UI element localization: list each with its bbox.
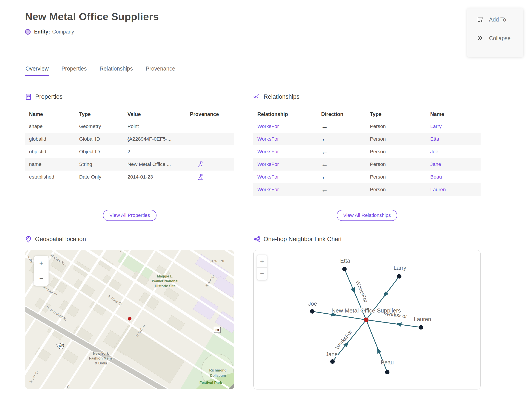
col-type: Type	[370, 111, 430, 117]
direction-arrow: ←	[321, 135, 370, 142]
entity-type-icon	[25, 29, 31, 35]
map-zoom-in-button[interactable]: +	[34, 256, 48, 271]
direction-arrow: ←	[321, 123, 370, 130]
direction-arrow: ←	[321, 161, 370, 168]
page-title: New Metal Office Suppliers	[25, 11, 159, 23]
poi-coliseum-line1: Richmond	[209, 368, 226, 372]
add-to-icon	[477, 16, 484, 23]
property-provenance	[190, 123, 234, 130]
tab[interactable]: Relationships	[99, 65, 133, 76]
node-label-lauren: Lauren	[414, 316, 431, 322]
related-entity-type: Person	[370, 187, 430, 193]
col-name: Name	[430, 111, 481, 117]
properties-table: Name Type Value Provenance shape Geometr…	[25, 109, 234, 183]
route-shield-33: 33	[214, 327, 220, 333]
chart-zoom-out-button[interactable]: −	[257, 268, 267, 280]
geospatial-section-header: Geospatial location	[25, 234, 234, 244]
relationships-table: Relationship Direction Type Name WorksFo…	[253, 109, 481, 196]
add-to-label: Add To	[489, 16, 506, 23]
relationship-row: WorksFor ← Person Etta	[253, 133, 481, 145]
property-name: globalid	[29, 136, 79, 142]
geospatial-section: Geospatial location	[25, 234, 234, 389]
link-chart-canvas: WorksFor WorksFor WorksFor Etta Larry Jo…	[253, 250, 480, 389]
provenance-flag-icon[interactable]	[198, 174, 203, 180]
provenance-flag-icon[interactable]	[198, 161, 203, 168]
map[interactable]: 250 33 k Rd W Clay St Sa N 3rd St arshal…	[25, 250, 234, 389]
related-entity-type: Person	[370, 136, 430, 142]
relationships-table-header: Relationship Direction Type Name	[253, 109, 481, 120]
link-chart-title: One-hop Neighbor Link Chart	[264, 236, 342, 243]
tab[interactable]: Overview	[25, 65, 49, 76]
relationship-link[interactable]: WorksFor	[257, 149, 321, 155]
property-value: {A228944F-0EF5-...	[127, 136, 190, 142]
property-name: name	[29, 162, 79, 167]
collapse-label: Collapse	[489, 35, 511, 41]
related-entity-link[interactable]: Beau	[430, 174, 481, 180]
node-label-jane: Jane	[326, 351, 338, 357]
street-label-n3rd-top: N 3rd St	[210, 259, 224, 263]
view-all-properties-button[interactable]: View All Properties	[103, 210, 156, 221]
geospatial-title: Geospatial location	[35, 236, 86, 243]
property-name: objectid	[29, 149, 79, 155]
node-label-beau: Beau	[381, 359, 394, 365]
related-entity-link[interactable]: Larry	[430, 123, 481, 129]
property-value: Point	[127, 123, 190, 129]
map-pin-icon	[25, 236, 32, 243]
collapse-button[interactable]: Collapse	[477, 35, 523, 42]
node-label-etta: Etta	[340, 257, 350, 264]
properties-icon	[25, 93, 32, 100]
poi-nyfashion-line2: Fashion Mens	[89, 357, 113, 360]
property-value: New Metal Office ...	[127, 162, 190, 167]
relationships-section: Relationships Relationship Direction Typ…	[253, 92, 481, 221]
property-type: String	[79, 162, 127, 167]
relationships-icon	[253, 93, 260, 100]
entity-type-value: Company	[52, 29, 74, 35]
col-value: Value	[127, 111, 190, 117]
direction-arrow: ←	[321, 186, 370, 193]
collapse-chevrons-icon	[477, 35, 484, 42]
properties-section-header: Properties	[25, 92, 234, 101]
view-all-relationships-button[interactable]: View All Relationships	[337, 210, 397, 221]
relationship-link[interactable]: WorksFor	[257, 187, 321, 193]
poi-maggie-line3: Historic Site	[155, 284, 175, 288]
properties-title: Properties	[35, 93, 62, 100]
chart-zoom-in-button[interactable]: +	[257, 255, 267, 268]
relationship-link[interactable]: WorksFor	[257, 136, 321, 142]
related-entity-link[interactable]: Lauren	[430, 187, 481, 193]
col-name: Name	[29, 111, 79, 117]
entity-row: Entity: Company	[25, 29, 159, 35]
map-zoom-control: + −	[34, 256, 48, 286]
add-to-button[interactable]: Add To	[477, 16, 523, 23]
property-value: 2014-01-23	[127, 174, 190, 180]
property-type: Global ID	[79, 136, 127, 142]
svg-text:33: 33	[215, 328, 219, 332]
related-entity-type: Person	[370, 174, 430, 180]
entity-label: Entity:	[34, 29, 50, 35]
header: New Metal Office Suppliers Entity: Compa…	[25, 11, 159, 35]
related-entity-link[interactable]: Etta	[430, 136, 481, 142]
relationship-link[interactable]: WorksFor	[257, 123, 321, 129]
related-entity-link[interactable]: Jane	[430, 162, 481, 167]
tab[interactable]: Provenance	[145, 65, 176, 76]
node-beau	[385, 370, 389, 374]
map-zoom-out-button[interactable]: −	[34, 271, 48, 286]
related-entity-link[interactable]: Joe	[430, 149, 481, 155]
related-entity-type: Person	[370, 149, 430, 155]
properties-section: Properties Name Type Value Provenance sh…	[25, 92, 234, 221]
property-row: globalid Global ID {A228944F-0EF5-...	[25, 133, 234, 145]
tab[interactable]: Properties	[61, 65, 87, 76]
col-type: Type	[79, 111, 127, 117]
relationships-section-header: Relationships	[253, 92, 481, 101]
relationship-link[interactable]: WorksFor	[257, 174, 321, 180]
node-joe	[310, 309, 314, 314]
relationship-link[interactable]: WorksFor	[257, 162, 321, 167]
link-chart[interactable]: WorksFor WorksFor WorksFor Etta Larry Jo…	[253, 250, 481, 390]
node-label-larry: Larry	[394, 265, 406, 271]
related-entity-type: Person	[370, 162, 430, 167]
relationship-row: WorksFor ← Person Lauren	[253, 183, 481, 196]
node-center-entity[interactable]	[364, 318, 368, 322]
property-row: established Date Only 2014-01-23	[25, 171, 234, 183]
property-row: objectid Object ID 2	[25, 145, 234, 158]
poi-nyfashion-line1: New York	[93, 351, 109, 355]
property-provenance	[190, 136, 234, 142]
